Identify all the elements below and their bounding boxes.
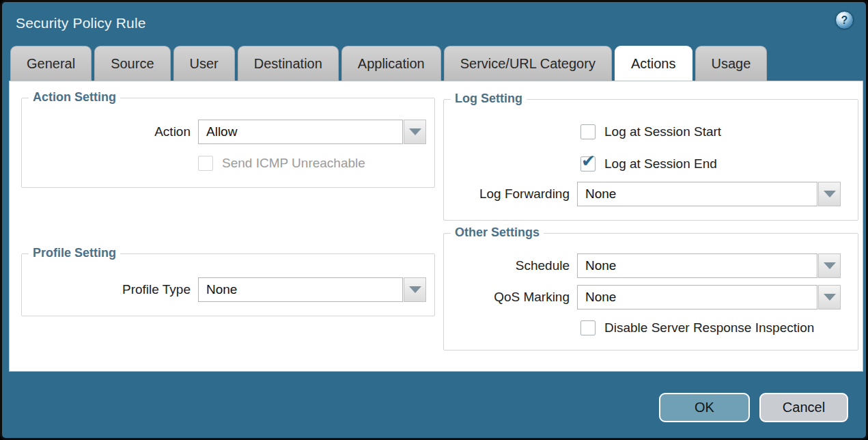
disable-server-response-inspection-label: Disable Server Response Inspection <box>604 320 814 335</box>
help-icon-glyph: ? <box>841 14 848 27</box>
security-policy-rule-dialog: Security Policy Rule ? General Source Us… <box>0 0 868 440</box>
ok-button[interactable]: OK <box>659 393 750 422</box>
action-dropdown[interactable]: Allow <box>198 120 426 144</box>
schedule-dropdown-value: None <box>577 253 817 278</box>
disable-server-response-inspection-checkbox[interactable]: ✔ <box>580 320 596 335</box>
send-icmp-unreachable-checkbox: ✔ <box>198 156 213 171</box>
other-settings-group: Other Settings Schedule None QoS Marking… <box>443 233 858 350</box>
log-at-session-start-checkbox[interactable]: ✔ <box>580 124 596 139</box>
log-setting-group: Log Setting ✔ Log at Session Start ✔ Log… <box>443 99 858 221</box>
qos-marking-dropdown-value: None <box>577 285 817 310</box>
log-setting-legend: Log Setting <box>451 92 527 106</box>
log-forwarding-dropdown-value: None <box>577 182 817 206</box>
qos-marking-label: QoS Marking <box>444 290 577 305</box>
action-setting-legend: Action Setting <box>29 90 120 105</box>
triangle-glyph <box>824 262 836 269</box>
triangle-glyph <box>409 286 421 293</box>
title-bar: Security Policy Rule ? <box>2 2 866 46</box>
schedule-dropdown[interactable]: None <box>577 253 841 278</box>
tab-destination[interactable]: Destination <box>238 46 339 81</box>
log-forwarding-dropdown[interactable]: None <box>577 182 841 206</box>
triangle-glyph <box>824 294 836 301</box>
help-icon[interactable]: ? <box>835 11 854 29</box>
triangle-glyph <box>824 191 836 197</box>
triangle-glyph <box>409 128 421 135</box>
tab-general[interactable]: General <box>10 46 92 81</box>
qos-marking-dropdown[interactable]: None <box>577 285 841 310</box>
log-forwarding-label: Log Forwarding <box>444 187 577 202</box>
chevron-down-icon[interactable] <box>818 253 841 278</box>
dialog-title: Security Policy Rule <box>16 15 146 31</box>
tab-source[interactable]: Source <box>94 46 170 81</box>
profile-setting-legend: Profile Setting <box>29 246 120 260</box>
tab-usage[interactable]: Usage <box>695 46 768 81</box>
log-at-session-end-checkbox[interactable]: ✔ <box>580 156 596 171</box>
profile-type-dropdown-value: None <box>198 277 403 302</box>
tab-user[interactable]: User <box>173 46 235 81</box>
profile-type-dropdown[interactable]: None <box>198 277 426 302</box>
chevron-down-icon[interactable] <box>818 285 841 310</box>
tab-actions[interactable]: Actions <box>615 46 692 81</box>
send-icmp-unreachable-label: Send ICMP Unreachable <box>222 156 365 171</box>
check-icon: ✔ <box>581 152 596 169</box>
actions-tab-panel: Action Setting Action Allow ✔ Send ICMP … <box>9 81 863 372</box>
log-at-session-end-label: Log at Session End <box>604 156 717 171</box>
chevron-down-icon[interactable] <box>404 277 426 302</box>
schedule-label: Schedule <box>444 258 577 273</box>
chevron-down-icon[interactable] <box>404 120 426 144</box>
tab-application[interactable]: Application <box>341 46 441 81</box>
cancel-button[interactable]: Cancel <box>759 393 848 422</box>
chevron-down-icon[interactable] <box>818 182 841 206</box>
action-setting-group: Action Setting Action Allow ✔ Send ICMP … <box>21 98 435 188</box>
other-settings-legend: Other Settings <box>451 225 544 240</box>
profile-type-label: Profile Type <box>22 282 198 297</box>
log-at-session-start-label: Log at Session Start <box>604 124 721 139</box>
action-dropdown-value: Allow <box>198 120 403 144</box>
tab-service-url-category[interactable]: Service/URL Category <box>444 46 612 81</box>
tab-bar: General Source User Destination Applicat… <box>10 46 767 81</box>
action-label: Action <box>22 124 198 139</box>
profile-setting-group: Profile Setting Profile Type None <box>21 253 435 316</box>
